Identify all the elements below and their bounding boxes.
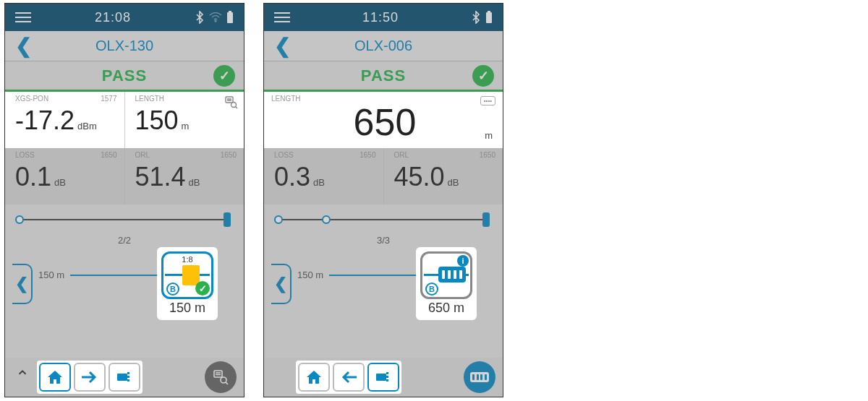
metric-value: 0.3 [274,162,310,192]
metric-loss: LOSS 1650 0.3 dB [264,148,384,204]
home-button[interactable] [39,363,71,392]
metric-xgspon: XGS-PON 1577 -17.2 dBm [5,92,125,148]
event-track[interactable] [264,204,503,232]
metric-sublabel: 1650 [480,151,495,159]
connector-button[interactable] [109,363,140,392]
svg-rect-9 [214,371,222,377]
metric-label: ORL [135,151,150,159]
home-button[interactable] [298,363,330,392]
event-ratio: 1:8 [182,255,192,264]
svg-rect-14 [386,372,388,374]
svg-rect-1 [229,11,231,12]
metric-loss: LOSS 1650 0.1 dB [5,148,125,204]
event-connector-icon[interactable]: i B [420,251,472,299]
status-bar: 21:08 [5,4,244,31]
menu-icon[interactable] [274,12,290,22]
svg-rect-6 [127,372,129,374]
connector-button[interactable] [367,363,399,392]
battery-icon [226,11,234,24]
connector-mini-icon [470,372,489,382]
svg-rect-15 [386,376,388,378]
svg-rect-2 [227,12,233,23]
metric-sublabel: 1650 [101,151,116,159]
result-text: PASS [361,66,406,85]
screen-1: 21:08 ❮ OLX-130 PASS ✓ XGS-PON 1577 [4,3,244,397]
metric-value: 150 [135,105,179,136]
event-counter: 2/2 [118,235,131,246]
metrics-row-2[interactable]: LOSS 1650 0.3 dB ORL 1650 45.0 dB [264,148,503,204]
event-area: 2/2 ❮ 150 m 1:8 B ✓ 150 m [5,232,244,327]
menu-icon[interactable] [15,12,31,22]
metric-value: 45.0 [394,162,445,192]
metrics-row-1[interactable]: LENGTH •••• 650 m [264,92,503,148]
metric-label: ORL [394,151,409,159]
metric-label: LENGTH [135,95,165,103]
prev-arrow-button[interactable] [333,363,365,392]
svg-rect-11 [488,11,490,12]
event-distance: 150 m [38,270,64,280]
page-title: OLX-130 [15,38,234,54]
event-total-distance: 150 m [161,301,213,316]
track-start-icon[interactable] [274,215,283,224]
result-text: PASS [102,66,147,85]
metric-value: 0.1 [15,162,51,192]
event-splitter-icon[interactable]: 1:8 B ✓ [161,251,213,299]
metric-value: 650 [354,100,417,144]
svg-rect-8 [127,379,129,381]
metric-orl: ORL 1650 51.4 dB [125,148,244,204]
track-start-icon[interactable] [15,215,24,224]
event-distance: 150 m [297,270,323,280]
measure-round-button[interactable] [464,361,495,393]
svg-rect-5 [117,374,127,381]
expand-icon[interactable]: ⌃ [12,367,33,387]
track-handle[interactable] [224,212,231,227]
metric-label: XGS-PON [15,95,48,103]
event-track[interactable] [5,204,244,232]
metric-unit: dB [189,177,200,188]
detail-icon[interactable] [225,96,238,109]
svg-point-0 [215,20,216,22]
svg-rect-13 [376,374,386,381]
pass-check-icon: ✓ [472,65,494,87]
header: ❮ OLX-130 [5,31,244,61]
metric-label: LOSS [15,151,35,159]
bluetooth-icon [471,11,481,24]
metric-unit: dB [448,177,459,188]
metric-unit: m [182,121,190,131]
event-marker-badge: B [425,283,438,296]
metric-length: LENGTH •••• 650 m [264,92,503,148]
options-icon[interactable]: •••• [480,96,495,105]
event-prev-button[interactable]: ❮ [271,264,292,304]
detail-round-button[interactable] [205,361,237,393]
metric-sublabel: 1577 [101,95,116,103]
status-time: 21:08 [31,10,195,25]
svg-rect-12 [486,12,492,23]
metric-unit: dBm [77,121,97,131]
metrics-row-2[interactable]: LOSS 1650 0.1 dB ORL 1650 51.4 dB [5,148,244,204]
metric-value: -17.2 [15,105,75,136]
event-marker-badge: B [166,283,179,296]
metrics-row-1[interactable]: XGS-PON 1577 -17.2 dBm LENGTH 150 m [5,92,244,148]
track-point-icon[interactable] [322,215,331,224]
svg-rect-16 [386,379,388,381]
metric-unit: dB [313,177,325,188]
event-area: 3/3 ❮ 150 m i B 650 m [264,232,503,327]
header: ❮ OLX-006 [264,31,503,61]
svg-rect-7 [127,376,129,378]
info-badge-icon: i [457,255,469,267]
bluetooth-icon [195,11,205,24]
event-connector-line [70,275,157,276]
svg-rect-3 [226,97,233,103]
status-bar: 11:50 [264,4,503,31]
metric-orl: ORL 1650 45.0 dB [384,148,503,204]
metric-sublabel: 1650 [221,151,237,159]
result-row: PASS ✓ [5,61,244,92]
svg-point-4 [231,103,237,108]
next-arrow-button[interactable] [74,363,106,392]
event-prev-button[interactable]: ❮ [12,264,33,304]
wifi-icon [209,12,222,22]
track-handle[interactable] [482,212,490,227]
page-title: OLX-006 [274,38,493,54]
track-line [18,219,231,220]
metric-label: LENGTH [271,95,301,103]
